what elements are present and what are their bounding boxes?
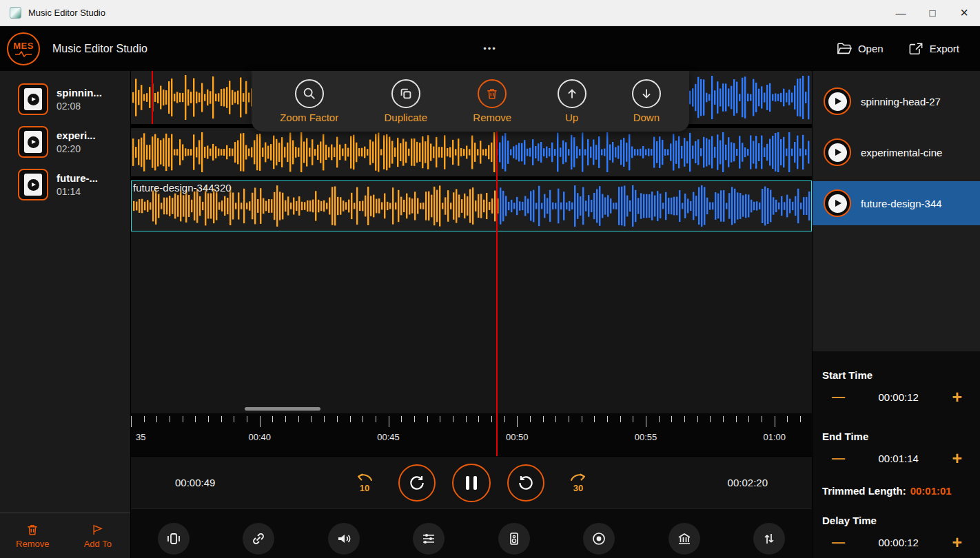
magnifier-icon: [302, 86, 317, 101]
library-item[interactable]: spinnin... 02:08: [0, 78, 130, 121]
playlist-item[interactable]: experimental-cine: [813, 130, 980, 174]
timeline-tick: [453, 416, 453, 422]
library-item-duration: 02:08: [57, 101, 102, 112]
end-time-decrease-button[interactable]: —: [832, 451, 845, 466]
overflow-menu-button[interactable]: •••: [483, 43, 497, 54]
track-row-3-selected[interactable]: future-design-344320: [131, 180, 812, 231]
timeline-tick: [363, 416, 363, 422]
timeline-tick: [466, 416, 467, 422]
loop-button[interactable]: [398, 464, 436, 502]
skip-back-button[interactable]: 10: [356, 472, 374, 493]
end-time-increase-button[interactable]: +: [952, 448, 962, 468]
play-icon: [28, 179, 39, 191]
duplicate-button[interactable]: Duplicate: [385, 79, 428, 123]
timeline-tick: [736, 416, 737, 422]
skip-forward-label: 30: [573, 483, 583, 493]
zoom-factor-button[interactable]: Zoom Factor: [280, 79, 338, 123]
remove-track-button[interactable]: Remove: [473, 79, 511, 123]
maximize-button[interactable]: □: [917, 0, 948, 25]
end-time-stepper: — 00:01:14 +: [822, 442, 972, 474]
export-button[interactable]: Export: [908, 42, 959, 56]
track-row-2[interactable]: [131, 128, 812, 176]
timeline-label: 00:45: [377, 432, 400, 442]
timeline-ruler[interactable]: 3500:4000:4500:5000:5501:00: [131, 413, 812, 456]
delay-time-decrease-button[interactable]: —: [832, 535, 845, 550]
total-time: 00:02:20: [728, 477, 768, 488]
open-label: Open: [858, 43, 884, 54]
move-down-button[interactable]: Down: [632, 79, 661, 123]
skip-forward-button[interactable]: 30: [569, 472, 587, 493]
timeline-tick: [285, 416, 286, 422]
playlist-item[interactable]: spinning-head-27: [813, 79, 980, 123]
app-logo-text: MES: [13, 41, 34, 51]
window-title: Music Editor Studio: [28, 8, 105, 18]
speaker-button[interactable]: [498, 523, 530, 555]
timeline-tick: [440, 416, 440, 422]
app-header: MES Music Editor Studio ••• Open Export: [0, 26, 980, 71]
restart-icon: [517, 474, 535, 492]
transport-bar: 00:00:49 10: [131, 456, 812, 508]
playlist-item-name: future-design-344: [861, 198, 942, 209]
move-up-button[interactable]: Up: [558, 79, 586, 123]
duplicate-label: Duplicate: [385, 112, 428, 123]
record-button[interactable]: [583, 523, 615, 555]
start-time-increase-button[interactable]: +: [952, 387, 962, 407]
timeline-tick: [298, 416, 299, 422]
library-item-name: future-...: [57, 172, 98, 184]
soundbank-button[interactable]: [668, 523, 700, 555]
track1-playhead-marker: [152, 71, 153, 124]
remove-track-label: Remove: [473, 112, 511, 123]
swap-order-button[interactable]: [753, 523, 785, 555]
timeline-tick: [710, 416, 711, 422]
playhead[interactable]: [496, 128, 498, 456]
close-button[interactable]: ×: [948, 0, 980, 25]
start-time-decrease-button[interactable]: —: [832, 389, 845, 404]
trash-icon: [485, 87, 499, 101]
add-to-button[interactable]: Add To: [65, 513, 131, 558]
timeline-tick: [272, 416, 273, 422]
delay-time-increase-button[interactable]: +: [952, 533, 962, 552]
timeline-tick: [684, 416, 685, 422]
play-circle-icon: [824, 138, 851, 166]
editor-area: future-design-344320 3500:4000:4500:5000…: [131, 71, 812, 558]
timeline-tick: [530, 416, 531, 422]
timeline-tick: [787, 416, 788, 422]
timeline-tick: [620, 416, 621, 422]
timeline-tick: [234, 416, 234, 422]
minimize-button[interactable]: —: [885, 0, 917, 25]
remove-file-button[interactable]: Remove: [0, 513, 65, 558]
app-window-icon: [10, 7, 21, 19]
export-icon: [908, 42, 923, 56]
library-item[interactable]: future-... 01:14: [0, 163, 130, 206]
pause-button[interactable]: [452, 464, 491, 502]
mixer-sliders-icon: [420, 530, 437, 547]
pulse-icon: [14, 51, 32, 57]
vibration-button[interactable]: [158, 523, 190, 555]
selected-track-label: future-design-344320: [133, 182, 232, 194]
horizontal-scrollbar-thumb[interactable]: [245, 407, 320, 411]
timeline-tick: [311, 416, 312, 422]
move-down-label: Down: [633, 112, 660, 123]
timeline-tick: [195, 416, 196, 422]
skip-forward-icon: [569, 472, 587, 482]
skip-back-icon: [356, 472, 374, 482]
timeline-tick: [555, 416, 556, 422]
timeline-tick: [671, 416, 672, 422]
delay-time-stepper: — 00:00:12 +: [822, 526, 972, 558]
arrow-up-icon: [564, 86, 580, 101]
link-icon: [250, 530, 267, 547]
effects-toolbar: [131, 508, 812, 558]
volume-button[interactable]: [328, 523, 360, 555]
library-item-duration: 02:20: [57, 143, 96, 154]
reset-button[interactable]: [507, 464, 544, 502]
library-item[interactable]: experi... 02:20: [0, 121, 130, 163]
skip-back-label: 10: [360, 483, 369, 493]
timeline-tick: [170, 416, 170, 422]
playlist-item-selected[interactable]: future-design-344: [813, 181, 980, 225]
mixer-button[interactable]: [413, 523, 445, 555]
speaker-icon: [506, 530, 522, 547]
open-button[interactable]: Open: [837, 42, 884, 56]
play-circle-icon: [824, 189, 851, 217]
current-time: 00:00:49: [175, 477, 215, 488]
link-button[interactable]: [243, 523, 274, 555]
